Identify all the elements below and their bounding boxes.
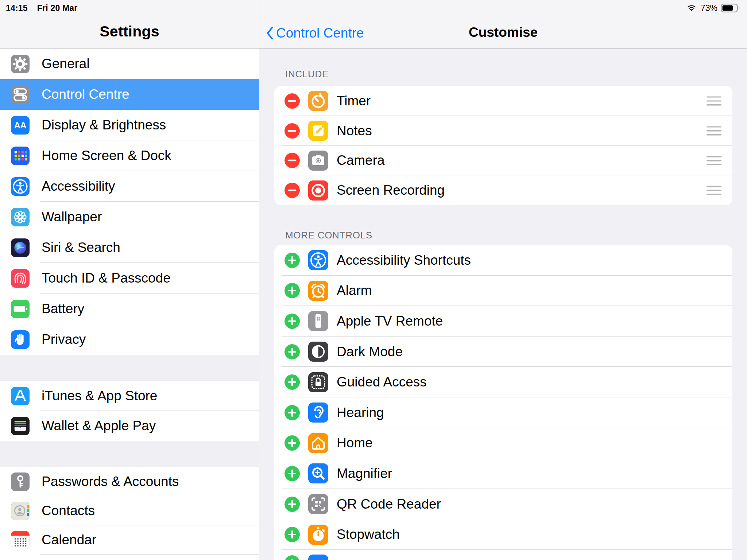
add-button[interactable] (285, 374, 300, 390)
sidebar-item-siri-and-search[interactable]: Siri & Search (0, 232, 259, 263)
control-row-alarm: Alarm (274, 276, 732, 306)
sidebar-header: Settings (0, 0, 259, 48)
reorder-handle[interactable] (707, 96, 721, 105)
reorder-handle[interactable] (707, 126, 721, 135)
pane-divider (259, 0, 259, 560)
add-button[interactable] (285, 314, 300, 329)
sidebar-item-label: Touch ID & Passcode (42, 271, 171, 286)
sidebar-item-passwords-and-accounts[interactable]: Passwords & Accounts (0, 467, 259, 496)
reorder-handle[interactable] (707, 186, 721, 195)
siri-icon (11, 238, 30, 257)
sidebar-item-general[interactable]: General (0, 48, 259, 79)
remove-button[interactable] (285, 93, 300, 109)
screen-recording-icon (308, 180, 328, 201)
hearing-icon (308, 402, 328, 423)
control-row-partial (274, 550, 732, 560)
wallet-icon (11, 417, 30, 435)
control-row-home: Home (274, 428, 732, 459)
control-label: QR Code Reader (337, 497, 441, 512)
sidebar-item-label: Home Screen & Dock (42, 148, 171, 163)
control-label: Apple TV Remote (337, 314, 443, 329)
include-card: Timer Notes Camera Screen Recording (274, 86, 732, 205)
sidebar-item-label: iTunes & App Store (42, 388, 157, 404)
qr-code-icon (308, 494, 328, 514)
add-button[interactable] (285, 497, 300, 512)
control-label: Stopwatch (337, 527, 400, 542)
control-label: Accessibility Shortcuts (337, 253, 471, 268)
magnifier-icon (308, 463, 328, 483)
control-row-stopwatch: Stopwatch (274, 519, 732, 550)
sidebar-item-contacts[interactable]: Contacts (0, 496, 259, 525)
include-section-label: INCLUDE (285, 69, 329, 80)
sidebar-item-label: Wallet & Apple Pay (42, 418, 156, 433)
sidebar-item-accessibility[interactable]: Accessibility (0, 171, 259, 202)
sidebar-item-label: Control Centre (42, 87, 129, 102)
page-title: Settings (100, 23, 159, 40)
add-button[interactable] (285, 283, 300, 298)
sidebar-item-itunes-and-app-store[interactable]: iTunes & App Store (0, 381, 259, 411)
control-label: Dark Mode (337, 344, 403, 359)
control-row-accessibility-shortcuts: Accessibility Shortcuts (274, 245, 732, 276)
control-label: Screen Recording (337, 183, 445, 198)
add-button[interactable] (285, 435, 300, 451)
sidebar-item-label: General (42, 56, 90, 71)
sidebar-item-wallpaper[interactable]: Wallpaper (0, 202, 259, 232)
control-label: Alarm (337, 283, 372, 298)
sidebar-item-label: Accessibility (42, 179, 115, 194)
svg-text:AA: AA (14, 121, 27, 130)
control-row-dark-mode: Dark Mode (274, 337, 732, 367)
detail-header: Control Centre Customise (259, 0, 747, 48)
settings-sidebar: General Control CentreAADisplay & Bright… (0, 48, 259, 560)
sidebar-item-home-screen-and-dock[interactable]: Home Screen & Dock (0, 140, 259, 171)
reorder-handle[interactable] (707, 156, 721, 165)
sidebar-partial-row (0, 555, 259, 560)
accessibility-icon (11, 177, 30, 196)
control-row-camera: Camera (274, 146, 732, 176)
guided-access-icon (308, 372, 328, 392)
add-button[interactable] (285, 466, 300, 481)
control-label: Home (337, 435, 373, 451)
control-label: Camera (337, 153, 385, 168)
sidebar-group-gap (0, 355, 259, 381)
more-controls-card: Accessibility Shortcuts Alarm Apple TV R… (274, 245, 732, 560)
calendar-icon (11, 531, 30, 549)
control-row-qr-code-reader: QR Code Reader (274, 489, 732, 520)
ipad-settings-screen: 14:15 Fri 20 Mar 73% (0, 0, 747, 560)
sidebar-item-touch-id-and-passcode[interactable]: Touch ID & Passcode (0, 263, 259, 293)
sidebar-group-gap (0, 441, 259, 467)
remove-button[interactable] (285, 153, 300, 168)
sidebar-item-wallet-and-apple-pay[interactable]: Wallet & Apple Pay (0, 411, 259, 441)
hand-icon (11, 330, 30, 349)
sidebar-item-label: Contacts (42, 503, 95, 518)
control-row-hearing: Hearing (274, 397, 732, 428)
add-button[interactable] (285, 344, 300, 359)
control-label: Guided Access (337, 374, 427, 390)
control-label: Magnifier (337, 466, 392, 481)
control-row-screen-recording: Screen Recording (274, 175, 732, 205)
accessibility-icon (308, 250, 328, 270)
remove-button[interactable] (285, 123, 300, 139)
sidebar-item-label: Privacy (42, 332, 86, 347)
add-button[interactable] (285, 555, 300, 560)
timer-icon (308, 91, 328, 111)
dark-mode-icon (308, 342, 328, 362)
add-button[interactable] (285, 253, 300, 268)
toggles-icon (11, 85, 30, 104)
sidebar-item-calendar[interactable]: Calendar (0, 525, 259, 555)
sidebar-item-label: Wallpaper (42, 209, 102, 225)
sidebar-item-display-and-brightness[interactable]: AADisplay & Brightness (0, 110, 259, 140)
more-controls-section-label: MORE CONTROLS (285, 230, 372, 241)
app-store-icon (11, 387, 30, 405)
text-aa-icon: AA (11, 116, 30, 135)
control-row-timer: Timer (274, 86, 732, 116)
remove-button[interactable] (285, 183, 300, 198)
sidebar-item-label: Display & Brightness (42, 117, 166, 133)
fingerprint-icon (11, 269, 30, 288)
add-button[interactable] (285, 527, 300, 542)
control-row-guided-access: Guided Access (274, 367, 732, 397)
add-button[interactable] (285, 405, 300, 420)
sidebar-item-privacy[interactable]: Privacy (0, 324, 259, 355)
sidebar-item-battery[interactable]: Battery (0, 293, 259, 324)
control-label: Hearing (337, 405, 384, 420)
sidebar-item-control-centre[interactable]: Control Centre (0, 79, 259, 110)
